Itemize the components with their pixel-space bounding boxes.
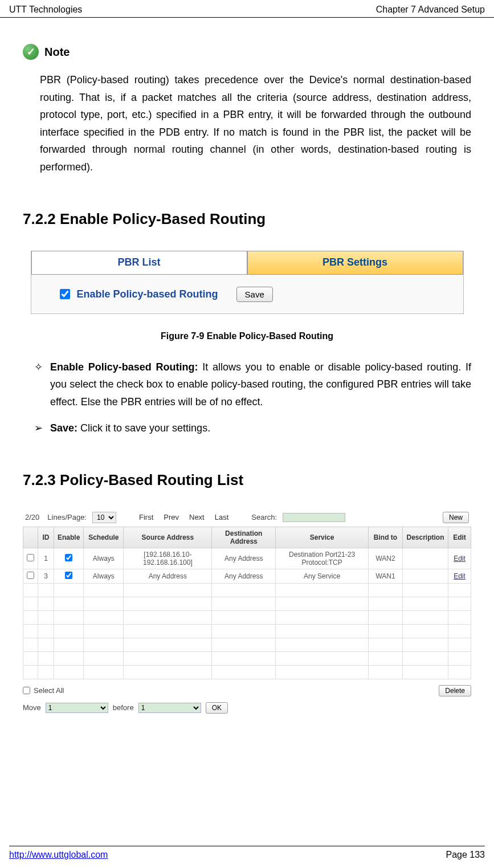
cell-schedule: Always — [84, 569, 124, 583]
bullet-enable-pbr: Enable Policy-based Routing: It allows y… — [50, 358, 471, 411]
select-all-label: Select All — [34, 686, 64, 695]
search-label: Search: — [251, 513, 277, 521]
header-right: Chapter 7 Advanced Setup — [376, 5, 485, 15]
table-row: 1Always[192.168.16.10-192.168.16.100]Any… — [23, 548, 471, 569]
cell-source: Any Address — [124, 569, 212, 583]
row-enable-checkbox[interactable] — [65, 572, 72, 579]
diamond-bullet-icon: ✧ — [34, 358, 50, 411]
col-service: Service — [276, 527, 369, 548]
lines-per-page-select[interactable]: 10 — [92, 512, 116, 523]
col-schedule: Schedule — [84, 527, 124, 548]
enable-pbr-checkbox[interactable] — [60, 289, 70, 299]
section-722-heading: 7.2.2 Enable Policy-Based Routing — [23, 210, 471, 228]
figure-7-9-caption: Figure 7-9 Enable Policy-Based Routing — [23, 331, 471, 341]
ok-button[interactable]: OK — [206, 702, 228, 714]
tab-pbr-settings[interactable]: PBR Settings — [247, 251, 463, 275]
section-723-heading: 7.2.3 Policy-Based Routing List — [23, 471, 471, 489]
cell-id: 1 — [38, 548, 54, 569]
check-icon: ✓ — [23, 44, 39, 60]
footer-link[interactable]: http://www.uttglobal.com — [9, 850, 108, 860]
table-row: 3AlwaysAny AddressAny AddressAny Service… — [23, 569, 471, 583]
edit-link[interactable]: Edit — [454, 572, 466, 580]
col-description: Description — [403, 527, 448, 548]
pbr-tab-panel: PBR List PBR Settings Enable Policy-base… — [31, 251, 464, 314]
cell-bind: WAN1 — [369, 569, 403, 583]
cell-service: Destination Port21-23 Protocol:TCP — [276, 548, 369, 569]
note-label: Note — [44, 46, 70, 59]
cell-description — [403, 569, 448, 583]
lines-per-page-label: Lines/Page: — [47, 513, 87, 521]
pbr-table: ID Enable Schedule Source Address Destin… — [23, 527, 471, 679]
table-row — [23, 651, 471, 665]
edit-link[interactable]: Edit — [454, 555, 466, 563]
move-from-select[interactable]: 1 — [46, 703, 108, 713]
row-count: 2/20 — [25, 513, 39, 521]
before-label: before — [113, 703, 134, 712]
table-row — [23, 638, 471, 651]
col-edit: Edit — [448, 527, 471, 548]
save-button[interactable]: Save — [236, 287, 273, 302]
row-checkbox[interactable] — [27, 572, 34, 579]
col-destination: Destination Address — [212, 527, 276, 548]
cell-source: [192.168.16.10-192.168.16.100] — [124, 548, 212, 569]
nav-prev[interactable]: Prev — [164, 513, 179, 521]
delete-button[interactable]: Delete — [439, 685, 471, 696]
cell-service: Any Service — [276, 569, 369, 583]
row-enable-checkbox[interactable] — [65, 554, 72, 561]
cell-description — [403, 548, 448, 569]
col-enable: Enable — [54, 527, 84, 548]
col-id: ID — [38, 527, 54, 548]
new-button[interactable]: New — [443, 512, 469, 523]
row-checkbox[interactable] — [27, 554, 34, 561]
enable-pbr-label: Enable Policy-based Routing — [77, 288, 218, 300]
cell-destination: Any Address — [212, 569, 276, 583]
nav-next[interactable]: Next — [189, 513, 205, 521]
table-row — [23, 597, 471, 610]
footer-page: Page 133 — [446, 850, 485, 860]
table-row — [23, 583, 471, 597]
search-input[interactable] — [283, 513, 345, 522]
nav-first[interactable]: First — [139, 513, 153, 521]
triangle-bullet-icon: ➢ — [34, 419, 50, 437]
nav-last[interactable]: Last — [215, 513, 229, 521]
bullet-save: Save: Click it to save your settings. — [50, 419, 471, 437]
note-body: PBR (Policy-based routing) takes precede… — [40, 71, 471, 176]
cell-bind: WAN2 — [369, 548, 403, 569]
cell-schedule: Always — [84, 548, 124, 569]
table-row — [23, 624, 471, 638]
move-label: Move — [23, 703, 41, 712]
header-left: UTT Technologies — [9, 5, 82, 15]
table-row — [23, 610, 471, 624]
move-to-select[interactable]: 1 — [138, 703, 201, 713]
col-source: Source Address — [124, 527, 212, 548]
tab-pbr-list[interactable]: PBR List — [31, 251, 247, 275]
cell-destination: Any Address — [212, 548, 276, 569]
table-row — [23, 665, 471, 679]
col-bind: Bind to — [369, 527, 403, 548]
col-checkbox — [23, 527, 38, 548]
select-all-checkbox[interactable] — [23, 687, 30, 694]
cell-id: 3 — [38, 569, 54, 583]
